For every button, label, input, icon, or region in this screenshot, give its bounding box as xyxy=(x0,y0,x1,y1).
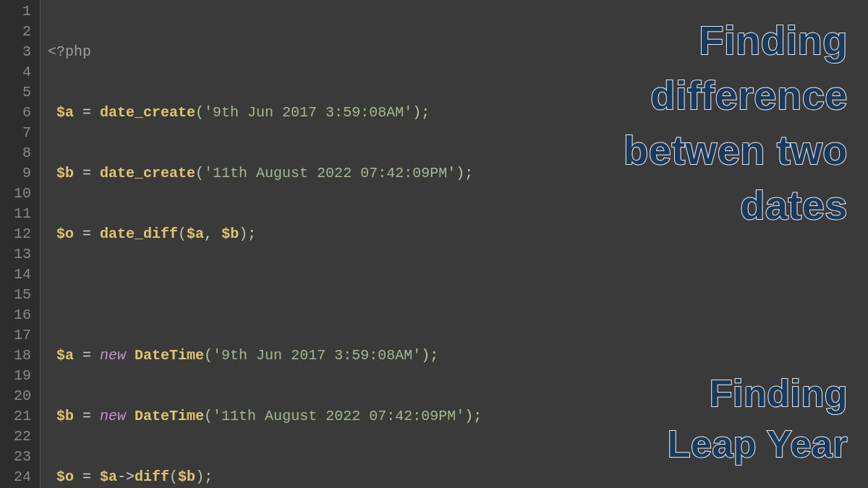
line-number: 6 xyxy=(6,103,31,123)
title-overlay-top: Finding difference betwen two dates xyxy=(624,13,848,233)
line-number: 19 xyxy=(6,366,31,386)
overlay-text: Leap Year xyxy=(668,419,848,469)
line-number: 2 xyxy=(6,22,31,42)
line-number: 8 xyxy=(6,143,31,163)
code-line xyxy=(48,285,560,305)
line-number: 9 xyxy=(6,163,31,184)
overlay-text: dates xyxy=(624,178,848,233)
line-number: 23 xyxy=(6,447,31,467)
line-number: 18 xyxy=(6,346,31,366)
overlay-text: betwen two xyxy=(624,123,848,178)
line-number: 22 xyxy=(6,427,31,447)
line-number: 7 xyxy=(6,123,31,143)
code-line: $o = $a->diff($b); xyxy=(48,467,560,487)
title-overlay-bottom: Finding Leap Year xyxy=(668,368,848,469)
line-number: 5 xyxy=(6,82,31,103)
line-number: 4 xyxy=(6,62,31,82)
line-number: 15 xyxy=(6,285,31,305)
line-number: 1 xyxy=(6,1,31,22)
code-area[interactable]: <?php $a = date_create('9th Jun 2017 3:5… xyxy=(41,0,560,488)
line-number: 21 xyxy=(6,406,31,427)
code-line: $a = new DateTime('9th Jun 2017 3:59:08A… xyxy=(48,346,560,366)
overlay-text: difference xyxy=(624,68,848,123)
code-line: $o = date_diff($a, $b); xyxy=(48,224,560,244)
line-number-gutter: 1 2 3 4 5 6 7 8 9 10 11 12 13 14 15 16 1… xyxy=(0,0,41,488)
code-line: <?php xyxy=(48,42,560,62)
line-number: 20 xyxy=(6,386,31,406)
code-line: $b = new DateTime('11th August 2022 07:4… xyxy=(48,406,560,427)
overlay-text: Finding xyxy=(668,368,848,419)
line-number: 24 xyxy=(6,467,31,487)
line-number: 16 xyxy=(6,305,31,325)
line-number: 11 xyxy=(6,204,31,224)
code-line: $b = date_create('11th August 2022 07:42… xyxy=(48,163,560,184)
line-number: 14 xyxy=(6,265,31,285)
line-number: 13 xyxy=(6,244,31,265)
overlay-text: Finding xyxy=(624,13,848,68)
line-number: 17 xyxy=(6,325,31,346)
code-line: $a = date_create('9th Jun 2017 3:59:08AM… xyxy=(48,103,560,123)
line-number: 10 xyxy=(6,184,31,204)
line-number: 12 xyxy=(6,224,31,244)
line-number: 3 xyxy=(6,42,31,62)
